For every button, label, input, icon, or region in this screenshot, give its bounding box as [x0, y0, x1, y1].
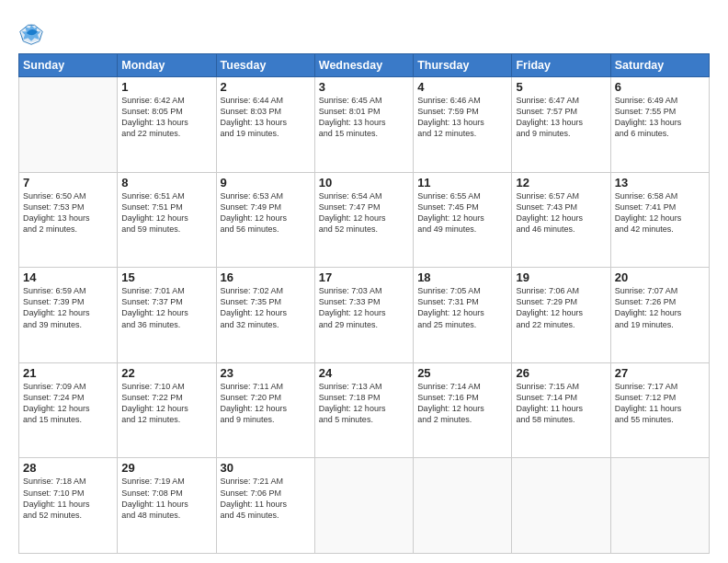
day-number: 11: [417, 176, 507, 190]
calendar-cell: 21Sunrise: 7:09 AMSunset: 7:24 PMDayligh…: [19, 362, 118, 458]
day-number: 6: [615, 80, 705, 94]
header: [18, 17, 710, 46]
weekday-header-saturday: Saturday: [610, 54, 709, 77]
day-number: 10: [319, 176, 409, 190]
day-info: Sunrise: 6:57 AMSunset: 7:43 PMDaylight:…: [516, 190, 606, 236]
day-number: 3: [319, 80, 409, 94]
day-number: 28: [23, 461, 113, 475]
calendar-cell: 17Sunrise: 7:03 AMSunset: 7:33 PMDayligh…: [314, 268, 413, 363]
calendar-cell: [414, 458, 512, 554]
calendar-cell: 22Sunrise: 7:10 AMSunset: 7:22 PMDayligh…: [118, 362, 216, 458]
calendar-cell: [314, 458, 413, 554]
day-number: 5: [516, 80, 606, 94]
day-number: 27: [615, 366, 705, 380]
day-number: 22: [121, 366, 211, 380]
day-number: 25: [417, 366, 507, 380]
day-number: 7: [23, 176, 113, 190]
day-info: Sunrise: 7:01 AMSunset: 7:37 PMDaylight:…: [121, 285, 211, 330]
day-number: 15: [121, 270, 211, 284]
day-info: Sunrise: 7:10 AMSunset: 7:22 PMDaylight:…: [121, 381, 211, 426]
calendar-cell: 11Sunrise: 6:55 AMSunset: 7:45 PMDayligh…: [414, 172, 512, 268]
day-info: Sunrise: 7:11 AMSunset: 7:20 PMDaylight:…: [221, 381, 311, 426]
day-info: Sunrise: 7:07 AMSunset: 7:26 PMDaylight:…: [615, 285, 705, 330]
weekday-header-tuesday: Tuesday: [216, 54, 314, 77]
day-number: 21: [23, 366, 113, 380]
calendar-cell: 18Sunrise: 7:05 AMSunset: 7:31 PMDayligh…: [414, 268, 512, 363]
calendar-cell: [610, 458, 709, 554]
calendar-cell: 5Sunrise: 6:47 AMSunset: 7:57 PMDaylight…: [512, 77, 610, 173]
day-number: 18: [417, 270, 507, 284]
calendar-cell: 4Sunrise: 6:46 AMSunset: 7:59 PMDaylight…: [414, 77, 512, 173]
week-row-5: 28Sunrise: 7:18 AMSunset: 7:10 PMDayligh…: [19, 458, 710, 554]
day-info: Sunrise: 7:02 AMSunset: 7:35 PMDaylight:…: [221, 285, 311, 330]
calendar-cell: 23Sunrise: 7:11 AMSunset: 7:20 PMDayligh…: [216, 362, 314, 458]
day-number: 19: [516, 270, 606, 284]
day-number: 30: [221, 461, 311, 475]
day-info: Sunrise: 6:47 AMSunset: 7:57 PMDaylight:…: [516, 95, 606, 140]
page: SundayMondayTuesdayWednesdayThursdayFrid…: [0, 0, 728, 563]
day-info: Sunrise: 6:42 AMSunset: 8:05 PMDaylight:…: [121, 95, 211, 140]
calendar-cell: 25Sunrise: 7:14 AMSunset: 7:16 PMDayligh…: [414, 362, 512, 458]
calendar-cell: 28Sunrise: 7:18 AMSunset: 7:10 PMDayligh…: [19, 458, 118, 554]
weekday-header-sunday: Sunday: [19, 54, 118, 77]
calendar-cell: 1Sunrise: 6:42 AMSunset: 8:05 PMDaylight…: [118, 77, 216, 173]
day-number: 24: [319, 366, 409, 380]
day-info: Sunrise: 6:58 AMSunset: 7:41 PMDaylight:…: [615, 190, 705, 236]
weekday-header-monday: Monday: [118, 54, 216, 77]
calendar-cell: 30Sunrise: 7:21 AMSunset: 7:06 PMDayligh…: [216, 458, 314, 554]
day-info: Sunrise: 6:46 AMSunset: 7:59 PMDaylight:…: [417, 95, 507, 140]
weekday-header-wednesday: Wednesday: [314, 54, 413, 77]
logo-icon: [18, 20, 44, 46]
week-row-4: 21Sunrise: 7:09 AMSunset: 7:24 PMDayligh…: [19, 362, 710, 458]
day-info: Sunrise: 7:05 AMSunset: 7:31 PMDaylight:…: [417, 285, 507, 330]
day-info: Sunrise: 7:19 AMSunset: 7:08 PMDaylight:…: [121, 476, 211, 521]
day-info: Sunrise: 7:15 AMSunset: 7:14 PMDaylight:…: [516, 381, 606, 426]
day-info: Sunrise: 7:21 AMSunset: 7:06 PMDaylight:…: [221, 476, 311, 521]
day-info: Sunrise: 6:49 AMSunset: 7:55 PMDaylight:…: [615, 95, 705, 140]
calendar-cell: 24Sunrise: 7:13 AMSunset: 7:18 PMDayligh…: [314, 362, 413, 458]
day-number: 8: [121, 176, 211, 190]
calendar-cell: [512, 458, 610, 554]
day-number: 14: [23, 270, 113, 284]
calendar-cell: 29Sunrise: 7:19 AMSunset: 7:08 PMDayligh…: [118, 458, 216, 554]
day-info: Sunrise: 6:45 AMSunset: 8:01 PMDaylight:…: [319, 95, 409, 140]
day-number: 2: [221, 80, 311, 94]
day-number: 26: [516, 366, 606, 380]
calendar-cell: 3Sunrise: 6:45 AMSunset: 8:01 PMDaylight…: [314, 77, 413, 173]
day-number: 20: [615, 270, 705, 284]
calendar-cell: 16Sunrise: 7:02 AMSunset: 7:35 PMDayligh…: [216, 268, 314, 363]
calendar-cell: 13Sunrise: 6:58 AMSunset: 7:41 PMDayligh…: [610, 172, 709, 268]
calendar-cell: 8Sunrise: 6:51 AMSunset: 7:51 PMDaylight…: [118, 172, 216, 268]
calendar-cell: 26Sunrise: 7:15 AMSunset: 7:14 PMDayligh…: [512, 362, 610, 458]
logo: [18, 20, 48, 46]
day-info: Sunrise: 7:18 AMSunset: 7:10 PMDaylight:…: [23, 476, 113, 521]
calendar-cell: 2Sunrise: 6:44 AMSunset: 8:03 PMDaylight…: [216, 77, 314, 173]
day-info: Sunrise: 7:17 AMSunset: 7:12 PMDaylight:…: [615, 381, 705, 426]
day-number: 29: [121, 461, 211, 475]
calendar-cell: 6Sunrise: 6:49 AMSunset: 7:55 PMDaylight…: [610, 77, 709, 173]
calendar-cell: 27Sunrise: 7:17 AMSunset: 7:12 PMDayligh…: [610, 362, 709, 458]
day-number: 13: [615, 176, 705, 190]
day-info: Sunrise: 6:44 AMSunset: 8:03 PMDaylight:…: [221, 95, 311, 140]
calendar-cell: 9Sunrise: 6:53 AMSunset: 7:49 PMDaylight…: [216, 172, 314, 268]
calendar-cell: 12Sunrise: 6:57 AMSunset: 7:43 PMDayligh…: [512, 172, 610, 268]
day-info: Sunrise: 6:55 AMSunset: 7:45 PMDaylight:…: [417, 190, 507, 236]
day-info: Sunrise: 6:59 AMSunset: 7:39 PMDaylight:…: [23, 285, 113, 330]
day-info: Sunrise: 6:51 AMSunset: 7:51 PMDaylight:…: [121, 190, 211, 236]
day-info: Sunrise: 7:14 AMSunset: 7:16 PMDaylight:…: [417, 381, 507, 426]
week-row-1: 1Sunrise: 6:42 AMSunset: 8:05 PMDaylight…: [19, 77, 710, 173]
day-number: 16: [221, 270, 311, 284]
calendar-cell: 19Sunrise: 7:06 AMSunset: 7:29 PMDayligh…: [512, 268, 610, 363]
day-info: Sunrise: 7:06 AMSunset: 7:29 PMDaylight:…: [516, 285, 606, 330]
calendar-cell: 7Sunrise: 6:50 AMSunset: 7:53 PMDaylight…: [19, 172, 118, 268]
day-number: 1: [121, 80, 211, 94]
day-info: Sunrise: 6:54 AMSunset: 7:47 PMDaylight:…: [319, 190, 409, 236]
calendar-cell: [19, 77, 118, 173]
calendar-cell: 14Sunrise: 6:59 AMSunset: 7:39 PMDayligh…: [19, 268, 118, 363]
weekday-header-friday: Friday: [512, 54, 610, 77]
day-info: Sunrise: 7:13 AMSunset: 7:18 PMDaylight:…: [319, 381, 409, 426]
calendar-cell: 10Sunrise: 6:54 AMSunset: 7:47 PMDayligh…: [314, 172, 413, 268]
day-number: 23: [221, 366, 311, 380]
day-info: Sunrise: 7:03 AMSunset: 7:33 PMDaylight:…: [319, 285, 409, 330]
day-number: 12: [516, 176, 606, 190]
